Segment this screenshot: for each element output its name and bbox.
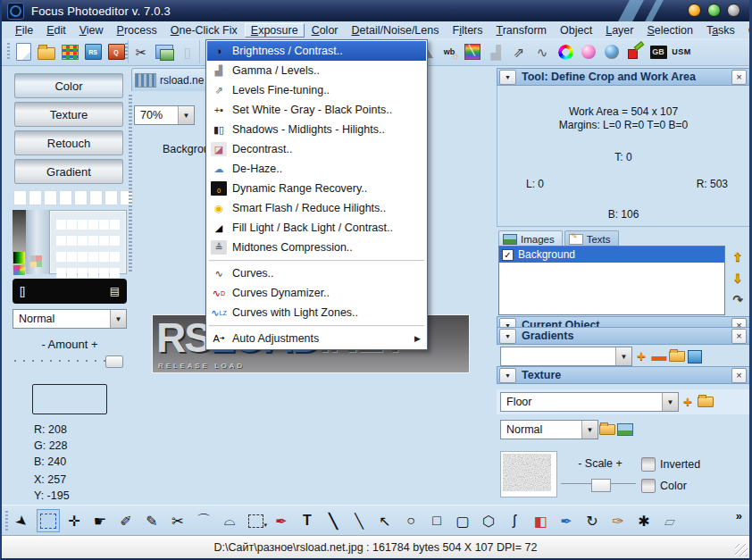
palette-cell[interactable] — [56, 268, 66, 278]
gradient-select[interactable]: ▼ — [500, 347, 632, 366]
menu-exposure[interactable]: Exposure — [245, 23, 305, 38]
save-icon[interactable]: RS — [82, 42, 104, 62]
move-tool[interactable]: ✛ — [63, 509, 86, 532]
dock-grip[interactable] — [129, 95, 132, 273]
swatch[interactable] — [29, 190, 42, 205]
panel-close-button[interactable]: × — [731, 70, 747, 85]
chevron-down-icon[interactable]: ▼ — [662, 393, 678, 411]
menu-item-fill-light-back-light-contrast[interactable]: ◢Fill Light / Back Light / Contrast.. — [207, 218, 426, 238]
menu-item-levels-fine-tuning[interactable]: ⇗Levels Fine-tuning.. — [207, 80, 426, 100]
scale-slider[interactable] — [561, 479, 636, 489]
current-color-well[interactable] — [32, 384, 107, 414]
gradient-thumb[interactable] — [13, 252, 25, 263]
menu-view[interactable]: View — [73, 23, 110, 38]
layer-visibility-checkbox[interactable]: ✓ — [502, 249, 514, 261]
sidebar-button-color[interactable]: Color — [14, 73, 123, 98]
usm-icon[interactable]: USM — [671, 42, 692, 62]
levels-arrow-icon[interactable]: ⇗ — [508, 42, 530, 62]
new-document-icon[interactable] — [13, 42, 34, 62]
art-brush-tool[interactable]: ✑ — [606, 509, 630, 532]
text-tool[interactable]: T — [296, 509, 319, 532]
lasso-smart-tool[interactable]: ✎ — [140, 509, 163, 532]
palette-cell[interactable] — [110, 268, 120, 278]
palette-cell[interactable] — [67, 252, 77, 262]
panel-collapse-button[interactable]: ▼ — [499, 318, 516, 328]
menu-item-midtones-compression[interactable]: ≜Midtones Compression.. — [207, 238, 426, 257]
inverted-checkbox[interactable] — [641, 457, 656, 472]
menu-selection[interactable]: Selection — [640, 23, 698, 38]
palette-cell[interactable] — [110, 252, 120, 262]
menu-edit[interactable]: Edit — [40, 23, 72, 38]
palette-cell[interactable] — [67, 236, 77, 246]
picker-arrow-tool[interactable]: ✒ — [270, 509, 293, 532]
open-gradient-button[interactable] — [668, 347, 686, 365]
color-mode-bar[interactable]: [ ] ▤ — [13, 279, 127, 304]
palette-cell[interactable] — [78, 236, 88, 246]
color-adjust-icon[interactable] — [601, 42, 622, 62]
arrow-line-tool[interactable]: ↖ — [373, 509, 397, 532]
menu-item-curves-with-light-zones[interactable]: ∿LZCurves with Light Zones.. — [207, 303, 426, 322]
menu-item-decontrast[interactable]: ◪Decontrast.. — [207, 139, 426, 159]
tab-images[interactable]: Images — [498, 230, 563, 247]
slider-handle[interactable] — [591, 479, 611, 492]
panel-collapse-button[interactable]: ▼ — [499, 368, 516, 383]
palette-cell[interactable] — [99, 236, 109, 246]
palette-cell[interactable] — [110, 220, 120, 230]
polygon-selection-tool[interactable]: ⌓ — [218, 509, 241, 532]
cut-selection-tool[interactable]: ✂ — [166, 509, 189, 532]
panel-collapse-button[interactable]: ▼ — [499, 329, 516, 344]
color-wheel-icon[interactable] — [555, 42, 576, 62]
menu-process[interactable]: Process — [111, 23, 163, 38]
document-tab[interactable]: rsload.ne — [131, 68, 212, 91]
layers-list[interactable]: ✓Background — [498, 246, 725, 315]
panel-collapse-button[interactable]: ▼ — [499, 70, 516, 85]
menu-layer[interactable]: Layer — [599, 23, 639, 38]
more-tools-button[interactable]: » — [736, 509, 742, 522]
move-up-button[interactable]: ⇧ — [730, 248, 746, 264]
texture-blend-select[interactable]: Normal ▼ — [500, 420, 598, 439]
sidebar-button-gradient[interactable]: Gradient — [14, 159, 123, 184]
texture-preview[interactable] — [500, 451, 557, 497]
palette-cell[interactable] — [56, 252, 66, 262]
chevron-down-icon[interactable]: ▼ — [615, 347, 631, 365]
menu-item-dynamic-range-recovery[interactable]: ₒDynamic Range Recovery.. — [207, 179, 426, 198]
color-sphere-icon[interactable] — [578, 42, 599, 62]
sidebar-button-texture[interactable]: Texture — [14, 102, 123, 127]
open-file-icon[interactable] — [36, 42, 57, 62]
color-checkbox[interactable] — [641, 479, 656, 493]
export-layer-button[interactable]: ↷ — [730, 291, 746, 307]
airbrush-tool[interactable]: ✱ — [632, 509, 656, 532]
open-blend-button[interactable] — [598, 421, 616, 439]
menu-tasks[interactable]: Tasks — [700, 23, 741, 38]
pan-tool[interactable]: ☛ — [88, 509, 112, 532]
select-tool[interactable]: ➤ — [11, 509, 34, 532]
palette-cell[interactable] — [88, 236, 98, 246]
palette-cell[interactable] — [67, 220, 77, 230]
minimize-button[interactable] — [688, 4, 701, 17]
palette-cell[interactable] — [99, 268, 109, 278]
menu-item-curves-dynamizer[interactable]: ∿DCurves Dynamizer.. — [207, 283, 426, 303]
move-down-button[interactable]: ⇩ — [730, 270, 746, 286]
chevron-down-icon[interactable]: ▼ — [178, 106, 194, 124]
rect-select-tool[interactable] — [37, 509, 60, 532]
palette-cell[interactable] — [67, 268, 77, 278]
close-button[interactable] — [727, 4, 740, 17]
menu-color[interactable]: Color — [305, 23, 345, 38]
browser-icon[interactable] — [59, 42, 80, 62]
thin-line-tool[interactable]: ╲ — [347, 509, 371, 532]
sidebar-button-retouch[interactable]: Retouch — [14, 130, 123, 155]
swatch[interactable] — [13, 190, 27, 205]
menu-object[interactable]: Object — [554, 23, 598, 38]
panel-close-button[interactable]: × — [731, 318, 747, 328]
menu-item-smart-flash-reduce-hilights[interactable]: ◉Smart Flash / Reduce Hilights.. — [207, 198, 426, 218]
remove-gradient-button[interactable]: ▬ — [650, 347, 668, 365]
add-texture-button[interactable]: + — [679, 393, 697, 411]
chevron-down-icon[interactable]: ▼ — [110, 310, 126, 328]
fill-tool[interactable]: ◧ — [529, 509, 552, 532]
resize-icon[interactable] — [624, 42, 646, 62]
palette-menu-icon[interactable]: ▤ — [110, 285, 120, 297]
menu-transform[interactable]: Transform — [490, 23, 554, 38]
swatch[interactable] — [59, 190, 72, 205]
hue-strip[interactable] — [26, 210, 49, 274]
freehand-selection-tool[interactable]: ⌒ — [192, 509, 215, 532]
